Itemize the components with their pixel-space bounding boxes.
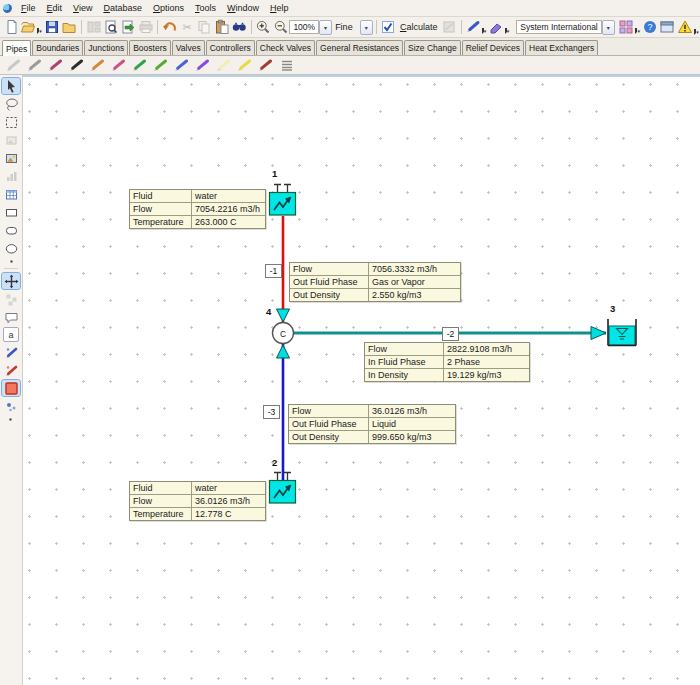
tab-pipes[interactable]: Pipes bbox=[2, 40, 31, 56]
print-preview-icon[interactable] bbox=[102, 19, 119, 36]
folder-icon[interactable] bbox=[61, 19, 78, 36]
menu-file[interactable]: File bbox=[16, 2, 41, 14]
menu-options[interactable]: Options bbox=[148, 2, 189, 14]
move-icon[interactable] bbox=[2, 273, 20, 289]
node-1-label[interactable]: 1 bbox=[272, 168, 277, 179]
rectangle-icon[interactable] bbox=[2, 204, 20, 220]
results-icon[interactable] bbox=[440, 19, 457, 36]
eraser-icon[interactable] bbox=[488, 19, 511, 36]
pen-orange-icon[interactable] bbox=[89, 58, 106, 73]
cut-icon[interactable] bbox=[179, 19, 196, 36]
pipe-2-label[interactable]: -2 bbox=[442, 327, 459, 341]
drawing-canvas[interactable]: C 1 bbox=[23, 75, 700, 685]
align-icon[interactable] bbox=[2, 291, 20, 307]
calculate-button[interactable]: Calculate bbox=[397, 22, 441, 32]
menu-window[interactable]: Window bbox=[222, 2, 264, 14]
menu-database[interactable]: Database bbox=[98, 2, 147, 14]
zoom-level-dropdown-icon[interactable] bbox=[319, 20, 332, 35]
pen-yellow-icon[interactable] bbox=[236, 58, 253, 73]
boundary-node-1[interactable] bbox=[270, 185, 296, 216]
pen-lime-icon[interactable] bbox=[152, 58, 169, 73]
grid-options-icon[interactable] bbox=[618, 19, 641, 36]
tab-check-valves[interactable]: Check Valves bbox=[256, 40, 315, 55]
draw-pen-blue-icon[interactable] bbox=[2, 344, 20, 360]
units-dropdown-icon[interactable] bbox=[602, 20, 615, 35]
open-icon[interactable] bbox=[20, 19, 43, 36]
menu-help[interactable]: Help bbox=[265, 2, 294, 14]
ellipse-icon[interactable] bbox=[2, 240, 20, 256]
help-icon[interactable]: ? bbox=[641, 19, 658, 36]
draw-pen-red-icon[interactable] bbox=[2, 362, 20, 378]
tab-relief-devices[interactable]: Relief Devices bbox=[462, 40, 524, 55]
tab-valves[interactable]: Valves bbox=[172, 40, 205, 55]
new-icon[interactable] bbox=[3, 19, 20, 36]
pipe-1-label[interactable]: -1 bbox=[265, 264, 282, 278]
image-small-icon[interactable] bbox=[2, 132, 20, 148]
image-icon[interactable] bbox=[2, 150, 20, 166]
panels-icon[interactable] bbox=[659, 19, 676, 36]
comment-icon[interactable] bbox=[2, 309, 20, 325]
pen-blue-icon[interactable] bbox=[173, 58, 190, 73]
lasso-icon[interactable] bbox=[2, 96, 20, 112]
menu-view[interactable]: View bbox=[68, 2, 97, 14]
pen-dark-red-icon[interactable] bbox=[257, 58, 274, 73]
pen-violet-icon[interactable] bbox=[194, 58, 211, 73]
tab-size-change[interactable]: Size Change bbox=[404, 40, 461, 55]
tab-junctions[interactable]: Junctions bbox=[84, 40, 128, 55]
pipe-1-data-table[interactable]: Flow7056.3332 m3/h Out Fluid PhaseGas or… bbox=[289, 262, 461, 302]
pen-pale-yellow-icon[interactable] bbox=[215, 58, 232, 73]
export-icon[interactable] bbox=[120, 19, 137, 36]
rounded-rectangle-icon[interactable] bbox=[2, 222, 20, 238]
pipe-3-label[interactable]: -3 bbox=[263, 405, 280, 419]
layout-icon[interactable] bbox=[85, 19, 102, 36]
pen-crimson-icon[interactable] bbox=[47, 58, 64, 73]
pipe-2-data-table[interactable]: Flow2822.9108 m3/h In Fluid Phase2 Phase… bbox=[364, 342, 530, 382]
zoom-in-icon[interactable] bbox=[255, 19, 272, 36]
zoom-out-icon[interactable] bbox=[272, 19, 289, 36]
pipe-3-data-table[interactable]: Flow36.0126 m3/h Out Fluid PhaseLiquid O… bbox=[288, 404, 456, 444]
zoom-level-select[interactable]: 100% bbox=[289, 20, 319, 34]
pen-pink-icon[interactable] bbox=[110, 58, 127, 73]
tab-boundaries[interactable]: Boundaries bbox=[32, 40, 83, 55]
undo-icon[interactable] bbox=[161, 19, 178, 36]
tab-boosters[interactable]: Boosters bbox=[129, 40, 171, 55]
color-swatch-icon[interactable] bbox=[2, 380, 20, 396]
tab-controllers[interactable]: Controllers bbox=[206, 40, 255, 55]
pen-silver-icon[interactable] bbox=[5, 58, 22, 73]
menu-edit[interactable]: Edit bbox=[42, 2, 68, 14]
menu-tools[interactable]: Tools bbox=[190, 2, 221, 14]
warnings-dropdown-icon[interactable] bbox=[694, 29, 700, 35]
tab-heat-exchangers[interactable]: Heat Exchangers bbox=[525, 40, 598, 55]
warnings-icon[interactable] bbox=[676, 19, 693, 36]
calculate-check-icon[interactable] bbox=[380, 19, 397, 36]
copy-icon[interactable] bbox=[196, 19, 213, 36]
pen-black-icon[interactable] bbox=[68, 58, 85, 73]
units-select[interactable]: System International bbox=[516, 20, 601, 34]
eraser-dropdown-icon[interactable] bbox=[505, 28, 511, 34]
node-4-label[interactable]: 4 bbox=[266, 306, 271, 317]
find-icon[interactable] bbox=[230, 19, 247, 36]
junction-node-4[interactable]: C bbox=[273, 323, 294, 344]
node-3-label[interactable]: 3 bbox=[610, 303, 615, 314]
pen-list-icon[interactable] bbox=[278, 58, 295, 73]
node-2-data-table[interactable]: Fluidwater Flow36.0126 m3/h Temperature1… bbox=[129, 481, 266, 521]
node-2-label[interactable]: 2 bbox=[272, 457, 277, 468]
selection-frame-icon[interactable] bbox=[2, 114, 20, 130]
table-icon[interactable] bbox=[2, 186, 20, 202]
draw-pen-icon[interactable] bbox=[465, 19, 488, 36]
quality-dropdown-icon[interactable] bbox=[360, 20, 373, 35]
group-points-icon[interactable] bbox=[2, 398, 20, 414]
node-1-data-table[interactable]: Fluidwater Flow7054.2216 m3/h Temperatur… bbox=[129, 189, 266, 229]
print-icon[interactable] bbox=[137, 19, 154, 36]
chart-icon[interactable] bbox=[2, 168, 20, 184]
paste-icon[interactable] bbox=[213, 19, 230, 36]
pen-gray-icon[interactable] bbox=[26, 58, 43, 73]
point-icon[interactable] bbox=[2, 258, 20, 264]
tank-node-3[interactable] bbox=[608, 319, 636, 346]
save-icon[interactable] bbox=[43, 19, 60, 36]
tab-general-resistances[interactable]: General Resistances bbox=[316, 40, 403, 55]
pen-green-icon[interactable] bbox=[131, 58, 148, 73]
point-small-icon[interactable] bbox=[2, 416, 20, 422]
select-cursor-icon[interactable] bbox=[2, 78, 20, 94]
text-icon[interactable] bbox=[3, 327, 19, 342]
